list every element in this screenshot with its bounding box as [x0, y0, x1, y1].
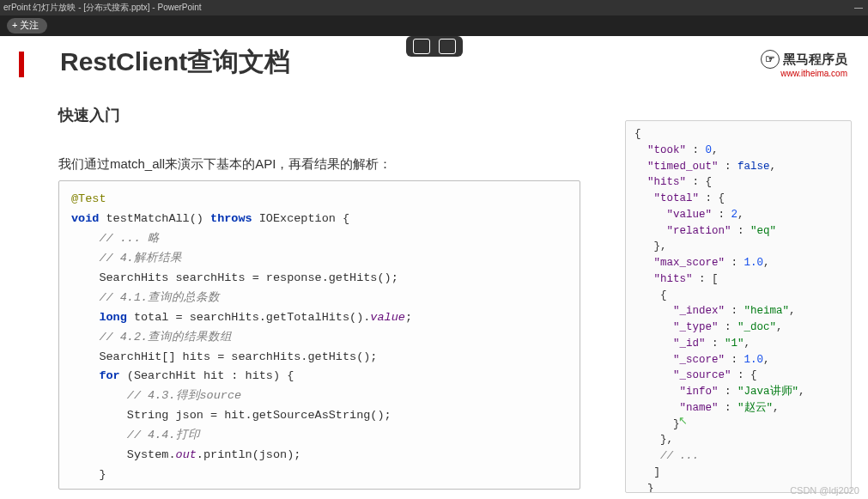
slide: RestClient查询文档 ☞ 黑马程序员 www.itheima.com 快… [0, 36, 868, 499]
window-title: erPoint 幻灯片放映 - [分布式搜索.pptx] - PowerPoin… [3, 0, 202, 15]
subtitle-toggle-icon[interactable] [413, 39, 430, 54]
brand-name: 黑马程序员 [783, 52, 847, 67]
window-titlebar: erPoint 幻灯片放映 - [分布式搜索.pptx] - PowerPoin… [0, 0, 868, 15]
window-subbar: + 关注 [0, 15, 868, 36]
watermark: CSDN @ldj2020 [790, 485, 859, 496]
camera-icon[interactable] [439, 39, 456, 54]
horse-icon: ☞ [761, 50, 780, 69]
window-minimize[interactable]: — [854, 0, 868, 15]
brand-logo: ☞ 黑马程序员 www.itheima.com [761, 50, 847, 78]
slide-subtitle: 快速入门 [58, 105, 120, 125]
brand-url: www.itheima.com [761, 69, 847, 78]
slide-title: RestClient查询文档 [60, 45, 290, 80]
java-code-block: @Test void testMatchAll() throws IOExcep… [58, 180, 580, 490]
json-result-block: { "took" : 0, "timed_out" : false, "hits… [625, 120, 852, 493]
slide-lead: 我们通过match_all来演示下基本的API，再看结果的解析： [58, 156, 392, 173]
title-accent [19, 52, 24, 77]
cursor-icon: ↖ [678, 414, 688, 427]
follow-button[interactable]: + 关注 [7, 18, 47, 33]
presenter-toolbar[interactable] [406, 36, 463, 57]
